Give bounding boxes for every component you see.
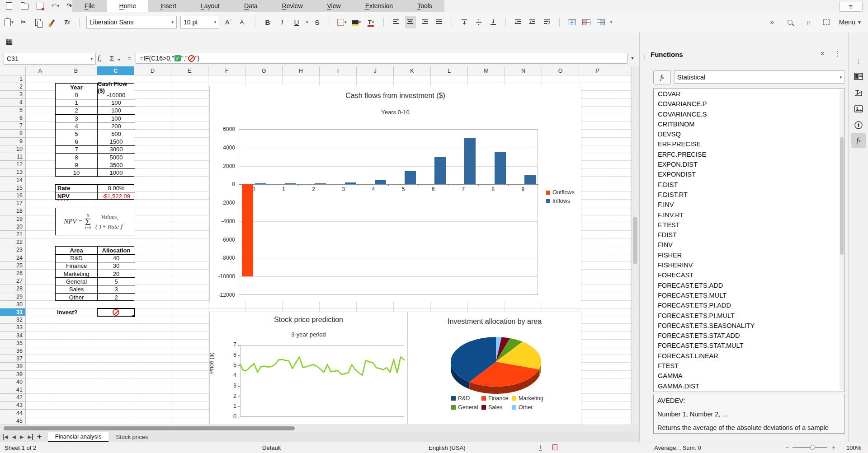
function-list-item[interactable]: CRITBINOM: [654, 119, 844, 129]
row-header-42[interactable]: 42: [0, 394, 26, 402]
row-header-20[interactable]: 20: [0, 223, 26, 231]
row-header-32[interactable]: 32: [0, 316, 26, 324]
sheet-grid-icon[interactable]: ▦: [5, 37, 13, 46]
row-header-18[interactable]: 18: [0, 207, 26, 215]
row-header-34[interactable]: 34: [0, 332, 26, 340]
next-sheet-icon[interactable]: ▶: [20, 434, 24, 440]
column-header-G[interactable]: G: [245, 66, 283, 75]
hamburger-menu-button[interactable]: ≡: [839, 1, 863, 12]
table-cell[interactable]: Allocation: [98, 247, 135, 254]
functions-list-scrollbar-thumb[interactable]: [840, 137, 844, 255]
first-sheet-icon[interactable]: ◀: [3, 434, 8, 440]
new-document-icon[interactable]: [4, 0, 14, 12]
function-list-item[interactable]: GAMMA: [654, 371, 844, 381]
table-cell[interactable]: 40: [98, 255, 135, 262]
table-cell[interactable]: General: [56, 278, 98, 285]
panel-menu-icon[interactable]: ⋮: [834, 50, 841, 58]
menu-tab-extension[interactable]: Extension: [353, 0, 406, 12]
function-list-item[interactable]: FISHER: [654, 250, 844, 260]
formula-input[interactable]: =IF(C16>0,"✓",""): [136, 53, 627, 64]
row-header-3[interactable]: 3: [0, 91, 26, 98]
row-header-7[interactable]: 7: [0, 122, 26, 130]
bold-button[interactable]: B: [262, 16, 273, 28]
increase-indent-button[interactable]: [513, 16, 524, 28]
functions-deck-icon[interactable]: fx: [851, 133, 866, 148]
table-cell[interactable]: 5: [56, 130, 98, 138]
table-cell[interactable]: Cash Flow ($): [98, 84, 135, 91]
selected-cell-C31[interactable]: [97, 308, 135, 317]
column-header-B[interactable]: B: [55, 66, 97, 75]
menu-tab-data[interactable]: Data: [232, 0, 270, 12]
pie-chart[interactable]: Investment allocation by areaR&DFinanceM…: [408, 312, 581, 425]
table-cell[interactable]: 5000: [98, 154, 135, 161]
table-cell[interactable]: 3000: [98, 146, 135, 154]
table-cell[interactable]: Other: [56, 294, 98, 301]
function-wizard-button[interactable]: fx: [653, 70, 671, 84]
table-cell[interactable]: Finance: [56, 262, 98, 270]
table-cell[interactable]: 2: [56, 107, 98, 115]
function-list-item[interactable]: F.DIST.RT: [654, 190, 844, 200]
row-header-29[interactable]: 29: [0, 293, 26, 301]
justify-button[interactable]: [434, 16, 445, 28]
function-list-item[interactable]: EXPONDIST: [654, 169, 844, 179]
function-list-item[interactable]: FORECAST.ETS.PI.ADD: [654, 300, 844, 310]
table-cell[interactable]: 0: [56, 91, 98, 99]
name-box[interactable]: C31▾: [4, 53, 96, 65]
last-sheet-icon[interactable]: ▶: [28, 434, 33, 440]
table-cell[interactable]: 8: [56, 154, 98, 161]
npv-formula-image[interactable]: NPV =NΣi=0Valuesi( 1+ Rate )i: [55, 208, 134, 235]
row-header-5[interactable]: 5: [0, 107, 26, 114]
row-header-38[interactable]: 38: [0, 363, 26, 370]
vertical-scrollbar[interactable]: [631, 66, 639, 425]
column-header-L[interactable]: L: [431, 66, 468, 75]
function-list-item[interactable]: GAMMA.INV: [654, 391, 844, 392]
sum-dropdown-icon[interactable]: ▾: [118, 57, 120, 62]
row-header-37[interactable]: 37: [0, 355, 26, 363]
table-cell[interactable]: NPV: [56, 192, 98, 200]
function-list-item[interactable]: ERFC.PRECISE: [654, 149, 844, 159]
selection-mode-icon[interactable]: I: [539, 444, 542, 451]
language[interactable]: English (USA): [429, 444, 466, 451]
table-cell[interactable]: 3: [56, 115, 98, 122]
column-header-extra[interactable]: [616, 66, 631, 75]
properties-deck-icon[interactable]: [851, 70, 866, 83]
function-list-item[interactable]: GAMMA.DIST: [654, 381, 844, 391]
function-list-item[interactable]: FORECAST.ETS.ADD: [654, 280, 844, 290]
underline-button[interactable]: U: [291, 16, 302, 28]
line-chart[interactable]: Stock price prediction3-year period01234…: [209, 312, 408, 425]
table-cell[interactable]: 9: [56, 161, 98, 169]
styles-deck-icon[interactable]: T: [851, 86, 866, 99]
open-icon[interactable]: [19, 0, 30, 12]
sum-icon[interactable]: Σ: [110, 54, 114, 62]
find-replace-icon[interactable]: [785, 16, 796, 28]
row-header-41[interactable]: 41: [0, 386, 26, 394]
zoom-out-icon[interactable]: −: [785, 444, 789, 451]
bar-chart[interactable]: Cash flows from investment ($)Years 0-10…: [209, 86, 581, 301]
table-cell[interactable]: 20: [98, 270, 135, 278]
menu-tab-file[interactable]: File: [72, 0, 107, 12]
table-cell[interactable]: 500: [98, 130, 135, 138]
row-header-22[interactable]: 22: [0, 238, 26, 246]
table-cell[interactable]: 8.00%: [98, 185, 135, 192]
save-icon[interactable]: [34, 0, 45, 12]
invest-label[interactable]: Invest?: [55, 308, 97, 316]
row-header-27[interactable]: 27: [0, 277, 26, 285]
row-header-24[interactable]: 24: [0, 254, 26, 262]
column-header-P[interactable]: P: [579, 66, 616, 75]
row-header-25[interactable]: 25: [0, 262, 26, 270]
table-cell[interactable]: Rate: [56, 185, 98, 192]
table-cell[interactable]: 10: [56, 169, 98, 177]
function-list-item[interactable]: FINV: [654, 240, 844, 250]
underline-dropdown-icon[interactable]: ▾: [306, 20, 308, 24]
row-header-9[interactable]: 9: [0, 138, 26, 145]
horizontal-scrollbar-thumb[interactable]: [4, 426, 295, 430]
row-header-36[interactable]: 36: [0, 347, 26, 355]
sort-icon[interactable]: ↓↑: [803, 16, 814, 28]
menu-tab-view[interactable]: View: [315, 0, 353, 12]
copy-button[interactable]: [33, 16, 43, 28]
row-header-26[interactable]: 26: [0, 270, 26, 277]
gallery-deck-icon[interactable]: [851, 102, 866, 116]
sheet-tab-financial-analysis[interactable]: Financial analysis: [48, 432, 109, 442]
row-header-33[interactable]: 33: [0, 324, 26, 332]
table-cell[interactable]: 30: [98, 262, 135, 270]
